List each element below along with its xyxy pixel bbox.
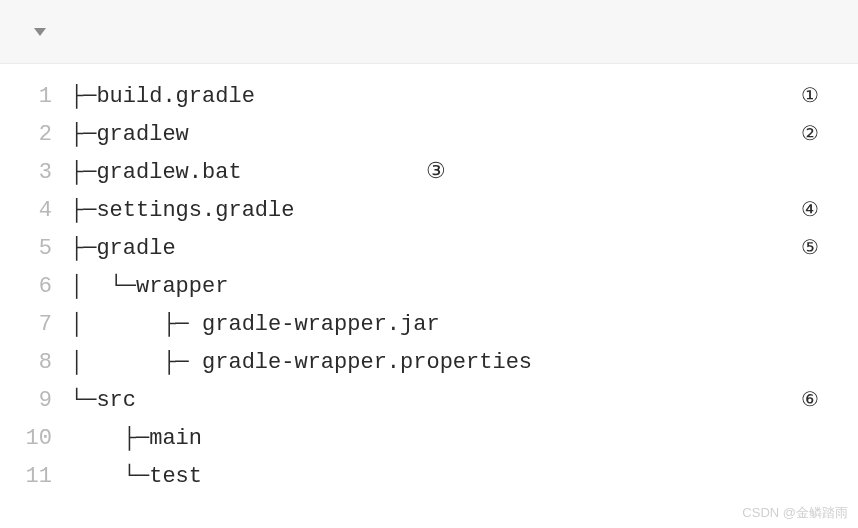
line-number: 3 <box>0 154 70 192</box>
line-number: 7 <box>0 306 70 344</box>
code-line: 1├─build.gradle① <box>0 78 858 116</box>
line-number: 8 <box>0 344 70 382</box>
watermark: CSDN @金鳞踏雨 <box>742 504 848 522</box>
line-text: └─test <box>70 458 798 496</box>
code-line: 9└─src⑥ <box>0 382 858 420</box>
line-number: 5 <box>0 230 70 268</box>
toolbar <box>0 0 858 64</box>
line-text: ├─gradle <box>70 230 798 268</box>
code-line: 4├─settings.gradle④ <box>0 192 858 230</box>
line-text: │ ├─ gradle-wrapper.jar <box>70 306 798 344</box>
code-line: 2├─gradlew② <box>0 116 858 154</box>
line-marker: ⑤ <box>798 230 858 268</box>
code-line: 3├─gradlew.bat ③ <box>0 154 858 192</box>
line-text: ├─main <box>70 420 798 458</box>
line-marker: ① <box>798 78 858 116</box>
code-block: 1├─build.gradle①2├─gradlew②3├─gradlew.ba… <box>0 64 858 496</box>
line-number: 11 <box>0 458 70 496</box>
dropdown-icon[interactable] <box>34 28 46 36</box>
line-marker: ④ <box>798 192 858 230</box>
line-number: 4 <box>0 192 70 230</box>
line-text: ├─gradlew <box>70 116 798 154</box>
line-text: │ └─wrapper <box>70 268 798 306</box>
code-line: 5├─gradle⑤ <box>0 230 858 268</box>
code-line: 6│ └─wrapper <box>0 268 858 306</box>
line-text: ├─build.gradle <box>70 78 798 116</box>
line-text: │ ├─ gradle-wrapper.properties <box>70 344 798 382</box>
line-marker: ② <box>798 116 858 154</box>
line-number: 10 <box>0 420 70 458</box>
line-number: 1 <box>0 78 70 116</box>
code-line: 8│ ├─ gradle-wrapper.properties <box>0 344 858 382</box>
line-number: 9 <box>0 382 70 420</box>
line-text: ├─settings.gradle <box>70 192 798 230</box>
code-line: 11 └─test <box>0 458 858 496</box>
line-text: ├─gradlew.bat ③ <box>70 154 798 192</box>
line-number: 6 <box>0 268 70 306</box>
code-line: 10 ├─main <box>0 420 858 458</box>
code-line: 7│ ├─ gradle-wrapper.jar <box>0 306 858 344</box>
line-text: └─src <box>70 382 798 420</box>
line-number: 2 <box>0 116 70 154</box>
line-marker: ⑥ <box>798 382 858 420</box>
